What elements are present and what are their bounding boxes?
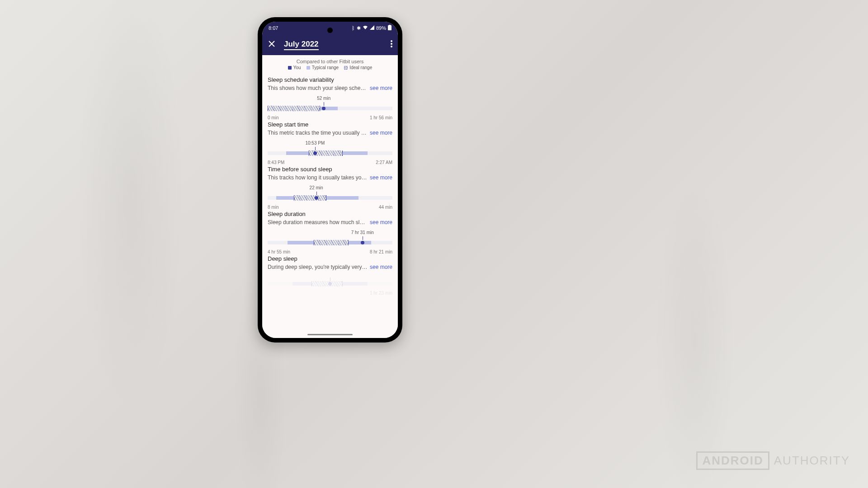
metric-description: Sleep duration measures how much slee…	[268, 219, 368, 225]
svg-point-3	[391, 43, 392, 45]
metric-description: This tracks how long it usually takes yo…	[268, 174, 368, 181]
more-icon[interactable]	[391, 40, 392, 49]
metric-row: Sleep start time This metric tracks the …	[262, 119, 398, 164]
axis-min-label: 8 min	[268, 205, 278, 210]
watermark-plain: AUTHORITY	[774, 454, 850, 468]
see-more-link[interactable]: see more	[370, 85, 392, 91]
axis-min-label: 0 min	[268, 115, 278, 120]
metric-title: Time before sound sleep	[268, 166, 392, 173]
axis-min-label: 4 hr 55 min	[268, 249, 290, 254]
signal-icon	[370, 25, 374, 31]
metric-title: Deep sleep	[268, 255, 392, 262]
see-more-link[interactable]: see more	[370, 130, 392, 136]
you-dot	[328, 282, 332, 286]
phone-frame: 8:07 ᛒ ✱ 89% July 2022	[258, 17, 402, 343]
svg-rect-1	[389, 25, 391, 26]
battery-percent: 89%	[376, 25, 386, 31]
metric-title: Sleep duration	[268, 211, 392, 217]
legend: You Typical range Ideal range	[262, 65, 398, 75]
you-tick	[315, 147, 316, 150]
axis-max-label: 8 hr 21 min	[370, 249, 392, 254]
metric-title: Sleep schedule variability	[268, 76, 392, 83]
metric-range-chart: 7 hr 31 min 4 hr 55 min 8 hr 21 min	[268, 232, 392, 250]
axis-max-label: 2:27 AM	[376, 160, 392, 165]
metric-description: This metric tracks the time you usually …	[268, 130, 368, 136]
you-value-label: 7 hr 31 min	[351, 230, 374, 235]
you-value-label: 52 min	[317, 96, 330, 101]
you-tick	[363, 236, 363, 240]
home-indicator[interactable]	[307, 334, 353, 335]
svg-point-2	[391, 40, 392, 42]
you-dot	[361, 241, 364, 244]
page-title: July 2022	[284, 40, 319, 50]
legend-you-label: You	[293, 65, 301, 70]
bluetooth-icon: ᛒ	[352, 25, 355, 31]
ideal-range-bar	[311, 281, 343, 286]
status-time: 8:07	[269, 25, 278, 31]
metric-range-chart: 1 hr 23 min	[268, 273, 392, 291]
legend-ideal-swatch	[344, 66, 348, 70]
watermark-boxed: ANDROID	[696, 451, 769, 470]
metric-row: Time before sound sleep This tracks how …	[262, 164, 398, 209]
content-scroll[interactable]: Compared to other Fitbit users You Typic…	[262, 55, 398, 338]
metric-row: Deep sleep During deep sleep, you're typ…	[262, 253, 398, 295]
you-value-label: 22 min	[310, 185, 323, 190]
axis-max-label: 1 hr 56 min	[370, 115, 392, 120]
ideal-range-bar	[268, 106, 320, 111]
phone-screen: 8:07 ᛒ ✱ 89% July 2022	[262, 22, 398, 338]
svg-point-4	[391, 46, 392, 47]
metric-range-chart: 10:53 PM 8:43 PM 2:27 AM	[268, 142, 392, 160]
metric-title: Sleep start time	[268, 121, 392, 128]
axis-max-label: 1 hr 23 min	[370, 291, 392, 296]
wifi-icon	[363, 25, 368, 31]
see-more-link[interactable]: see more	[370, 264, 392, 270]
you-tick	[330, 277, 330, 281]
svg-rect-0	[388, 25, 392, 30]
metric-description: During deep sleep, you're typically very…	[268, 264, 368, 270]
see-more-link[interactable]: see more	[370, 174, 392, 181]
legend-you-swatch	[288, 66, 292, 70]
you-dot	[313, 151, 317, 155]
axis-min-label: 8:43 PM	[268, 160, 284, 165]
camera-punch-hole	[327, 28, 333, 33]
you-value-label: 10:53 PM	[305, 141, 325, 145]
watermark: ANDROID AUTHORITY	[696, 451, 850, 470]
metric-description: This shows how much your sleep sched…	[268, 85, 368, 91]
metric-row: Sleep schedule variability This shows ho…	[262, 75, 398, 119]
you-dot	[315, 196, 318, 200]
see-more-link[interactable]: see more	[370, 219, 392, 225]
legend-typical-swatch	[307, 66, 310, 70]
you-dot	[322, 107, 326, 110]
ideal-range-bar	[314, 240, 349, 245]
metric-range-chart: 22 min 8 min 44 min	[268, 187, 392, 205]
ideal-range-bar	[294, 195, 326, 201]
legend-ideal-label: Ideal range	[349, 65, 372, 70]
app-bar: July 2022	[262, 34, 398, 55]
comparison-subtitle: Compared to other Fitbit users	[262, 55, 398, 65]
metric-row: Sleep duration Sleep duration measures h…	[262, 209, 398, 253]
you-tick	[316, 192, 317, 195]
axis-max-label: 44 min	[379, 205, 392, 210]
legend-typical-label: Typical range	[312, 65, 339, 70]
battery-icon	[388, 25, 392, 31]
close-icon[interactable]	[268, 40, 276, 50]
metric-range-chart: 52 min 0 min 1 hr 56 min	[268, 98, 392, 116]
vibrate-icon: ✱	[357, 25, 361, 31]
you-tick	[324, 102, 324, 106]
